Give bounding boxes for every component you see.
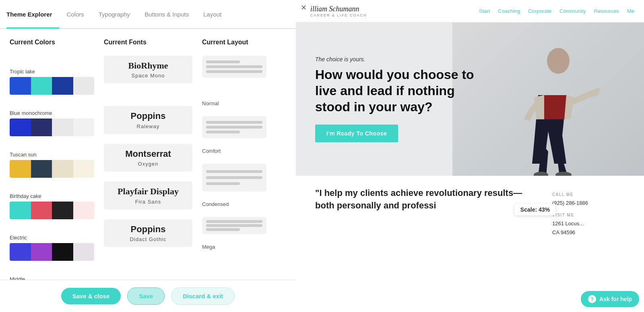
nav-corporate[interactable]: Corporate: [528, 8, 551, 14]
hero-subtitle: The choice is yours.: [315, 56, 476, 62]
color-group-tuscan-sun: Tuscan sun: [10, 152, 94, 179]
layout-normal-label: Normal: [202, 100, 266, 106]
scale-badge: Scale: 43%: [515, 204, 555, 215]
save-button[interactable]: Save: [127, 287, 165, 305]
layout-co-line1: [206, 220, 262, 223]
close-preview-button[interactable]: ✕: [299, 3, 308, 12]
layout-c-line3: [206, 182, 240, 185]
website-preview-panel: ✕ illiam Schumann CAREER & LIFE COACH St…: [296, 0, 644, 312]
site-logo: illiam Schumann CAREER & LIFE COACH: [310, 5, 367, 17]
call-label: CALL ME: [552, 191, 625, 198]
color-group-tropic-lake: Tropic lake: [10, 69, 94, 96]
electric-swatches[interactable]: [10, 243, 94, 261]
tropic-lake-swatches[interactable]: [10, 77, 94, 95]
layout-co-line2: [206, 224, 262, 227]
layout-line-2: [206, 65, 262, 68]
layout-comfort-label: Comfort: [202, 148, 266, 154]
save-close-button[interactable]: Save & close: [61, 288, 121, 304]
font-option-poppins-raleway[interactable]: Poppins Raleway: [104, 106, 192, 134]
font-option-montserrat-oxygen[interactable]: Montserrat Oxygen: [104, 144, 192, 172]
layout-condensed-card[interactable]: [202, 217, 266, 234]
current-font-card: BioRhyme Space Mono: [104, 56, 192, 83]
color-group-electric: Electric: [10, 235, 94, 262]
contact-box: CALL ME (925) 286-1886 VISIT ME 1261 Loc…: [552, 187, 625, 301]
tab-bar: Theme Explorer Colors Typography Buttons…: [0, 0, 296, 29]
font-primary-montserrat: Montserrat: [110, 149, 186, 159]
ask-help-button[interactable]: ? Ask for help: [581, 291, 639, 307]
layout-line-3: [206, 70, 262, 73]
font-primary-playfair: Playfair Display: [110, 186, 186, 197]
discard-exit-button[interactable]: Discard & exit: [171, 287, 235, 305]
website-header: illiam Schumann CAREER & LIFE COACH Star…: [296, 0, 644, 23]
current-layout-title: Current Layout: [202, 39, 266, 46]
fonts-column: Current Fonts BioRhyme Space Mono Poppin…: [104, 39, 192, 272]
tab-layout[interactable]: Layout: [196, 0, 229, 29]
tab-colors[interactable]: Colors: [59, 0, 91, 29]
main-content: Current Colors Tropic lake Blue mo: [0, 29, 296, 312]
color-group-blue-monochrome: Blue monochrome: [10, 110, 94, 137]
logo-tagline: CAREER & LIFE COACH: [310, 13, 367, 17]
nav-me[interactable]: Me: [627, 8, 634, 14]
hero-title: How would you choose to live and lead if…: [315, 67, 476, 115]
hero-text: The choice is yours. How would you choos…: [315, 56, 476, 142]
tab-typography[interactable]: Typography: [91, 0, 137, 29]
layout-c-line2: [206, 176, 262, 179]
tuscan-sun-swatches[interactable]: [10, 160, 94, 178]
font-primary-poppins: Poppins: [110, 111, 186, 121]
birthday-cake-swatches[interactable]: [10, 202, 94, 219]
hero-image: [452, 23, 644, 176]
font-secondary-oxygen: Oxygen: [110, 161, 186, 167]
layout-line-1: [206, 60, 240, 63]
current-font-primary: BioRhyme: [110, 60, 186, 71]
font-secondary-didact: Didact Gothic: [110, 236, 186, 242]
current-layout-card: [202, 56, 266, 78]
font-secondary-raleway: Raleway: [110, 123, 186, 129]
ask-help-icon: ?: [588, 295, 596, 303]
layout-c-line1: [206, 170, 262, 173]
layout-n-line1: [206, 121, 262, 124]
visit-value: 1261 Locus...CA 94596: [552, 220, 584, 235]
theme-explorer-panel: Theme Explorer Colors Typography Buttons…: [0, 0, 296, 312]
layout-comfort-card[interactable]: [202, 164, 266, 191]
current-colors-title: Current Colors: [10, 39, 94, 46]
hero-person-figure: [496, 39, 601, 176]
nav-resources[interactable]: Resources: [594, 8, 619, 14]
visit-label: VISIT ME: [552, 212, 625, 218]
layout-co-line3: [206, 228, 240, 231]
layout-n-line3: [206, 131, 240, 133]
call-value: (925) 286-1886: [552, 200, 588, 206]
current-fonts-title: Current Fonts: [104, 39, 192, 46]
nav-community[interactable]: Community: [559, 8, 586, 14]
tab-buttons-inputs[interactable]: Buttons & Inputs: [137, 0, 196, 29]
svg-point-0: [547, 48, 570, 74]
font-secondary-fira: Fira Sans: [110, 199, 186, 205]
nav-start[interactable]: Start: [479, 8, 490, 14]
bottom-action-bar: Save & close Save Discard & exit: [0, 280, 296, 312]
blue-mono-swatches[interactable]: [10, 119, 94, 136]
font-primary-poppins2: Poppins: [110, 224, 186, 235]
layout-normal-card[interactable]: [202, 116, 266, 138]
layout-column: Current Layout Normal Comfort: [202, 39, 266, 272]
quote-text: "I help my clients achieve revolutionary…: [315, 187, 536, 301]
font-option-poppins-didact[interactable]: Poppins Didact Gothic: [104, 219, 192, 247]
svg-point-2: [555, 172, 572, 176]
logo-name: illiam Schumann: [310, 5, 359, 13]
nav-coaching[interactable]: Coaching: [498, 8, 520, 14]
layout-mega-label: Mega: [202, 244, 266, 250]
hero-section: The choice is yours. How would you choos…: [296, 23, 644, 176]
tab-theme-explorer[interactable]: Theme Explorer: [6, 0, 59, 29]
font-option-playfair-fira[interactable]: Playfair Display Fira Sans: [104, 181, 192, 209]
layout-condensed-label: Condensed: [202, 201, 266, 207]
color-group-birthday-cake: Birthday cake: [10, 193, 94, 220]
site-nav: Start Coaching Corporate Community Resou…: [479, 8, 634, 14]
ask-help-label: Ask for help: [599, 296, 632, 302]
colors-column: Current Colors Tropic lake Blue mo: [10, 39, 94, 272]
current-font-secondary: Space Mono: [110, 73, 186, 79]
layout-n-line2: [206, 126, 262, 129]
hero-cta-button[interactable]: I'm Ready To Choose: [315, 125, 398, 142]
